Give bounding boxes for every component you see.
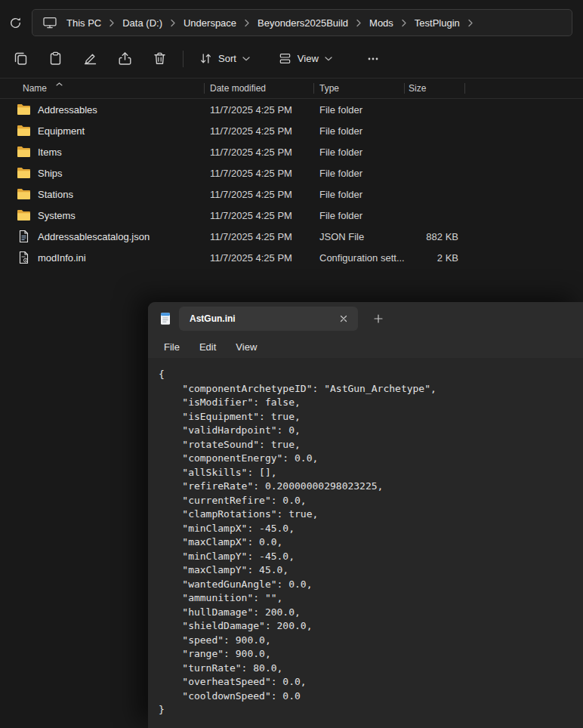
file-icon-slot	[17, 188, 31, 200]
table-row[interactable]: Addressablescatalog.json 11/7/2025 4:25 …	[0, 226, 583, 247]
command-toolbar: Sort View	[0, 39, 583, 79]
type-cell: JSON File	[313, 231, 404, 242]
new-tab-button[interactable]	[367, 307, 390, 330]
view-icon	[279, 52, 292, 65]
folder-icon	[17, 167, 31, 179]
share-icon	[118, 51, 132, 66]
notepad-titlebar[interactable]: AstGun.ini	[148, 302, 583, 335]
column-header-type[interactable]: Type	[313, 79, 404, 98]
refresh-icon	[9, 17, 22, 29]
table-row[interactable]: Addressables 11/7/2025 4:25 PM File fold…	[0, 99, 583, 120]
type-cell: File folder	[313, 125, 404, 137]
share-button[interactable]	[110, 45, 139, 72]
file-list: Addressables 11/7/2025 4:25 PM File fold…	[0, 99, 583, 268]
column-header-date-modified[interactable]: Date modified	[204, 79, 313, 98]
file-icon-slot	[17, 125, 31, 137]
folder-icon	[17, 103, 31, 116]
delete-button[interactable]	[145, 45, 174, 72]
table-row[interactable]: Items 11/7/2025 4:25 PM File folder	[0, 141, 583, 162]
trash-icon	[153, 51, 167, 66]
toolbar-separator	[183, 51, 184, 67]
file-name-cell: Addressables	[0, 103, 204, 116]
date-modified-cell: 11/7/2025 4:25 PM	[204, 189, 313, 200]
date-modified-cell: 11/7/2025 4:25 PM	[204, 147, 313, 158]
more-button[interactable]	[359, 45, 387, 72]
column-header-end	[464, 79, 466, 98]
breadcrumb-bar[interactable]: This PC Data (D:) Underspace Beyonders20…	[32, 9, 572, 36]
breadcrumb-item[interactable]: Data (D:)	[116, 14, 169, 32]
folder-icon	[17, 188, 31, 200]
tab-close-button[interactable]	[334, 309, 353, 329]
date-modified-cell: 11/7/2025 4:25 PM	[204, 231, 313, 242]
menu-view[interactable]: View	[226, 338, 267, 356]
file-name-cell: Items	[0, 146, 204, 158]
table-row[interactable]: Systems 11/7/2025 4:25 PM File folder	[0, 205, 583, 226]
column-headers: Name Date modified Type Size	[0, 79, 583, 99]
file-name: Items	[38, 147, 62, 158]
file-name-cell: Ships	[0, 167, 204, 179]
breadcrumb-item[interactable]: Beyonders2025Build	[251, 14, 355, 32]
file-name: Addressablescatalog.json	[38, 231, 150, 242]
breadcrumb-item[interactable]: TestPlugin	[408, 14, 467, 32]
sort-ascending-icon	[56, 82, 63, 86]
menu-bar: FileEditView	[148, 335, 583, 358]
table-row[interactable]: modInfo.ini 11/7/2025 4:25 PM Configurat…	[0, 247, 583, 268]
file-name: modInfo.ini	[38, 252, 86, 264]
column-header-size[interactable]: Size	[404, 79, 464, 98]
tab-astgun[interactable]: AstGun.ini	[179, 307, 358, 331]
breadcrumb-chevron-icon	[108, 19, 116, 27]
file-explorer-window: This PC Data (D:) Underspace Beyonders20…	[0, 8, 583, 268]
date-modified-cell: 11/7/2025 4:25 PM	[204, 210, 313, 221]
file-name-cell: Equipment	[0, 125, 204, 137]
column-header-name[interactable]: Name	[0, 83, 204, 94]
folder-icon	[17, 209, 31, 221]
json-file-icon	[18, 230, 29, 243]
sort-button[interactable]: Sort	[191, 45, 258, 72]
file-icon-slot	[17, 103, 31, 116]
file-name: Addressables	[38, 104, 97, 116]
file-icon-slot	[17, 251, 31, 264]
view-label: View	[298, 53, 319, 64]
file-name: Ships	[38, 168, 63, 179]
folder-icon	[17, 146, 31, 158]
menu-edit[interactable]: Edit	[190, 338, 226, 356]
type-cell: File folder	[313, 210, 404, 221]
table-row[interactable]: Ships 11/7/2025 4:25 PM File folder	[0, 162, 583, 184]
file-icon-slot	[17, 146, 31, 158]
breadcrumb-item[interactable]: Underspace	[177, 14, 243, 32]
chevron-down-icon	[242, 57, 250, 61]
size-cell: 2 KB	[404, 252, 469, 264]
rename-button[interactable]	[76, 45, 104, 72]
notepad-window: AstGun.ini FileEditView { "componentArch…	[148, 302, 583, 728]
type-cell: File folder	[313, 147, 404, 158]
size-cell: 882 KB	[404, 231, 469, 242]
sort-label: Sort	[218, 53, 236, 64]
table-row[interactable]: Equipment 11/7/2025 4:25 PM File folder	[0, 120, 583, 141]
ellipsis-icon	[366, 52, 380, 66]
breadcrumb-item[interactable]: This PC	[60, 14, 108, 32]
sort-icon	[199, 52, 212, 65]
close-icon	[340, 315, 347, 322]
breadcrumb-chevron-icon	[169, 19, 177, 27]
config-file-icon	[18, 251, 29, 264]
breadcrumb-item[interactable]: Mods	[362, 14, 400, 32]
type-cell: File folder	[313, 104, 404, 116]
type-cell: Configuration sett...	[313, 252, 404, 264]
paste-button[interactable]	[41, 45, 69, 72]
type-cell: File folder	[313, 189, 404, 200]
file-name-cell: modInfo.ini	[0, 251, 204, 264]
notepad-app-icon	[159, 312, 172, 325]
refresh-button[interactable]	[3, 11, 27, 35]
breadcrumb-chevron-icon	[467, 19, 474, 27]
view-button[interactable]: View	[270, 45, 341, 72]
file-name-cell: Addressablescatalog.json	[0, 230, 204, 243]
copy-button[interactable]	[6, 45, 35, 72]
table-row[interactable]: Stations 11/7/2025 4:25 PM File folder	[0, 184, 583, 205]
file-name: Stations	[38, 189, 73, 200]
menu-file[interactable]: File	[154, 338, 190, 356]
file-icon-slot	[17, 230, 31, 243]
date-modified-cell: 11/7/2025 4:25 PM	[204, 168, 313, 179]
breadcrumb-chevron-icon	[355, 19, 362, 27]
editor[interactable]: { "componentArchetypeID": "AstGun_Archet…	[148, 358, 583, 728]
date-modified-cell: 11/7/2025 4:25 PM	[204, 104, 313, 116]
